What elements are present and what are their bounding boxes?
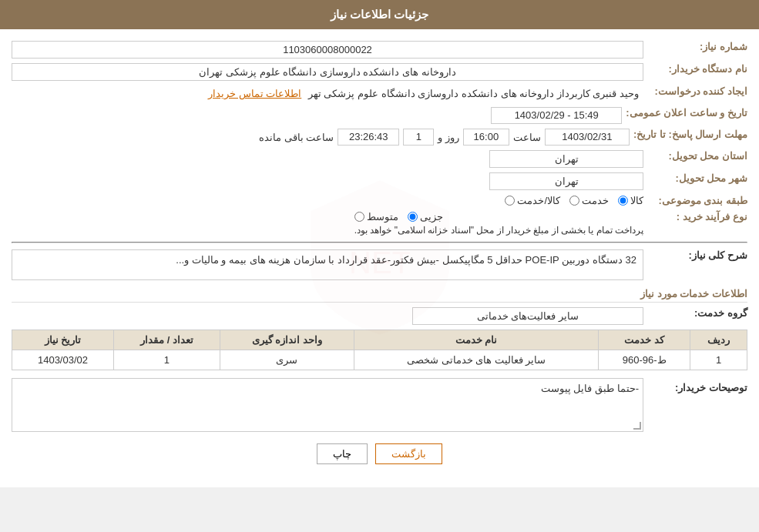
table-header-row: ردیف کد خدمت نام خدمت واحد اندازه گیری ت… (12, 330, 747, 350)
need-number-row: شماره نیاز: 1103060008000022 (12, 41, 747, 59)
category-khidmat-radio[interactable] (569, 196, 579, 206)
service-group-value: سایر فعالیت‌های خدماتی (412, 307, 643, 325)
divider1 (12, 242, 747, 243)
table-cell-4: 1 (113, 350, 220, 370)
category-row: طبقه بندی موضوعی: کالا/خدمت خدمت کالا (12, 195, 747, 206)
buyer-org-row: نام دستگاه خریدار: داروخانه های دانشکده … (12, 63, 747, 81)
buyer-org-value: داروخانه های دانشکده داروسازی دانشگاه عل… (12, 63, 643, 81)
category-kala-label: کالا (630, 195, 643, 206)
contact-link[interactable]: اطلاعات تماس خریدار (208, 88, 301, 99)
table-row: 1ط-96-960سایر فعالیت های خدماتی شخصیسری1… (12, 350, 747, 370)
category-kala-khidmat-radio[interactable] (505, 196, 515, 206)
deadline-time-label: ساعت (513, 132, 541, 143)
category-radio-group: کالا/خدمت خدمت کالا (505, 195, 643, 206)
deadline-date: 1403/02/31 (545, 129, 630, 146)
created-by-text: وحید قنبری کاربرداز داروخانه های دانشکده… (308, 88, 639, 99)
deadline-time: 16:00 (463, 129, 509, 146)
page-title: جزئیات اطلاعات نیاز (331, 8, 428, 21)
buyer-desc-box: -حتما طبق فایل پیوست (12, 378, 643, 432)
category-kala-khidmat: کالا/خدمت (505, 195, 560, 206)
purchase-type-motavasset-radio[interactable] (354, 212, 364, 222)
purchase-type-label: نوع فرآیند خرید : (647, 211, 747, 223)
table-cell-3: سری (220, 350, 354, 370)
need-desc-label: شرح کلی نیاز: (647, 249, 747, 261)
need-number-value: 1103060008000022 (12, 41, 643, 59)
col-unit: واحد اندازه گیری (220, 330, 354, 350)
category-khidmat-label: خدمت (582, 195, 609, 206)
purchase-type-radio-group: متوسط جزیی (354, 211, 643, 223)
province-value: تهران (489, 150, 643, 168)
created-by-row: ایجاد کننده درخواست: وحید قنبری کاربرداز… (12, 85, 747, 102)
purchase-type-motavasset: متوسط (354, 211, 398, 223)
category-kala-radio[interactable] (618, 196, 628, 206)
print-button[interactable]: چاپ (317, 443, 368, 464)
deadline-row: مهلت ارسال پاسخ: تا تاریخ: 1403/02/31 سا… (12, 129, 747, 146)
need-desc-value: 32 دستگاه دوربین POE-IP حداقل 5 مگاپیکسل… (12, 249, 643, 280)
services-info-header: اطلاعات خدمات مورد نیاز (12, 288, 747, 303)
buyer-desc-row: توصیحات خریدار: -حتما طبق فایل پیوست (12, 378, 747, 432)
category-kala: کالا (618, 195, 643, 206)
col-service-name: نام خدمت (354, 330, 598, 350)
service-group-label: گروه خدمت: (647, 307, 747, 319)
purchase-type-jozi-label: جزیی (420, 211, 443, 223)
province-row: استان محل تحویل: تهران (12, 150, 747, 168)
category-label: طبقه بندی موضوعی: (647, 195, 747, 206)
announcement-value: 1403/02/29 - 15:49 (491, 107, 622, 124)
col-row-num: ردیف (690, 330, 747, 350)
service-group-row: گروه خدمت: سایر فعالیت‌های خدماتی (12, 307, 747, 325)
purchase-type-desc: پرداخت تمام یا بخشی از مبلغ خریدار از مح… (354, 225, 643, 236)
category-kala-khidmat-label: کالا/خدمت (517, 195, 560, 206)
table-cell-1: ط-96-960 (599, 350, 690, 370)
deadline-remaining-label: ساعت باقی مانده (259, 132, 334, 143)
deadline-label: مهلت ارسال پاسخ: تا تاریخ: (633, 129, 747, 140)
col-quantity: تعداد / مقدار (113, 330, 220, 350)
button-row: بازگشت چاپ (12, 443, 747, 476)
purchase-type-jozi-radio[interactable] (408, 212, 418, 222)
need-number-label: شماره نیاز: (647, 41, 747, 52)
announcement-label: تاریخ و ساعت اعلان عمومی: (626, 107, 747, 119)
announcement-row: تاریخ و ساعت اعلان عمومی: 1403/02/29 - 1… (12, 107, 747, 124)
deadline-days-label: روز و (438, 132, 459, 143)
deadline-days: 1 (403, 129, 434, 146)
province-label: استان محل تحویل: (647, 150, 747, 162)
buyer-desc-label: توصیحات خریدار: (647, 378, 747, 393)
city-label: شهر محل تحویل: (647, 172, 747, 184)
buyer-desc-value: -حتما طبق فایل پیوست (16, 383, 639, 394)
purchase-type-motavasset-label: متوسط (367, 211, 398, 223)
table-cell-0: 1 (690, 350, 747, 370)
city-row: شهر محل تحویل: تهران (12, 172, 747, 190)
purchase-type-row: نوع فرآیند خرید : متوسط جزیی پرداخت تمام… (12, 211, 747, 236)
resize-handle (633, 422, 641, 430)
col-date: تاریخ نیاز (12, 330, 114, 350)
page-header: جزئیات اطلاعات نیاز (0, 0, 759, 29)
table-cell-5: 1403/03/02 (12, 350, 114, 370)
created-by-value: وحید قنبری کاربرداز داروخانه های دانشکده… (12, 85, 643, 102)
created-by-label: ایجاد کننده درخواست: (647, 85, 747, 97)
table-cell-2: سایر فعالیت های خدماتی شخصی (354, 350, 598, 370)
col-service-code: کد خدمت (599, 330, 690, 350)
need-desc-row: شرح کلی نیاز: 32 دستگاه دوربین POE-IP حد… (12, 249, 747, 280)
purchase-type-jozi: جزیی (408, 211, 443, 223)
city-value: تهران (489, 172, 643, 190)
services-table: ردیف کد خدمت نام خدمت واحد اندازه گیری ت… (12, 330, 747, 370)
deadline-remaining: 23:26:43 (338, 129, 399, 146)
back-button[interactable]: بازگشت (375, 443, 442, 464)
category-khidmat: خدمت (569, 195, 609, 206)
buyer-org-label: نام دستگاه خریدار: (647, 63, 747, 75)
